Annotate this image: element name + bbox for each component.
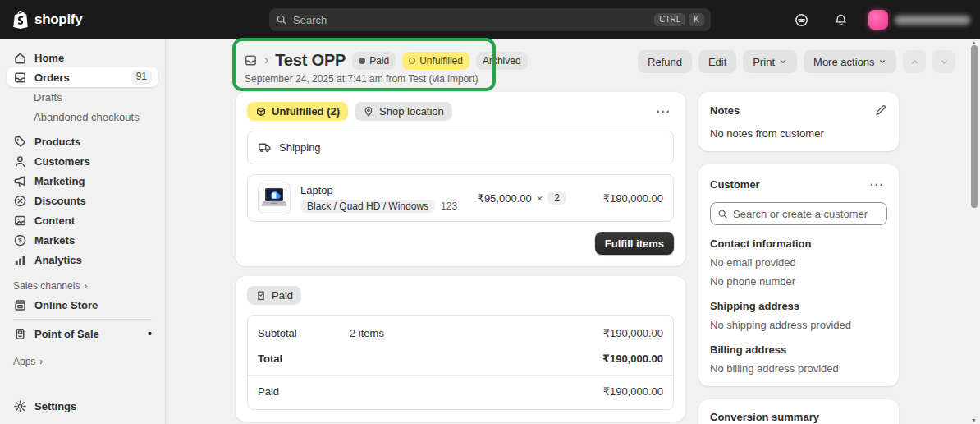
edit-button[interactable]: Edit (698, 50, 736, 73)
print-button[interactable]: Print (743, 50, 797, 73)
customer-search-box[interactable] (710, 202, 887, 225)
product-name-link[interactable]: Laptop (300, 184, 457, 196)
sidebar-item-products[interactable]: Products (7, 131, 158, 151)
global-search-bar[interactable]: Search CTRL K (269, 8, 711, 31)
edit-notes-pencil-icon[interactable] (874, 104, 887, 117)
settings-gear-icon (13, 399, 27, 413)
marketing-megaphone-icon (13, 174, 27, 188)
shopify-bag-icon (11, 10, 30, 30)
discounts-percent-icon (13, 194, 27, 208)
sidebar-item-settings[interactable]: Settings (7, 396, 158, 416)
unfulfilled-ring-icon (409, 58, 415, 64)
delivery-method-label: Shipping (279, 141, 321, 154)
sidebar-item-marketing[interactable]: Marketing (7, 171, 158, 191)
no-email-text: No email provided (710, 256, 887, 269)
sidebar-item-label: Drafts (34, 91, 152, 104)
sidebar-item-home[interactable]: Home (7, 48, 158, 67)
conversion-summary-card: Conversion summary There aren't any conv… (698, 399, 899, 424)
sidebar-item-point-of-sale[interactable]: Point of Sale • (7, 324, 158, 343)
fulfill-items-button[interactable]: Fulfill items (595, 232, 674, 255)
line-item-row: Laptop Black / Quad HD / Windows 123 ₹95… (247, 174, 674, 222)
main-content: › Test OPP Paid Unfulfilled Archived Sep… (166, 39, 980, 424)
paid-dot-icon (359, 58, 365, 64)
sidebar-item-label: Settings (34, 400, 152, 412)
point-of-sale-icon (13, 327, 27, 341)
logo-wordmark: shopify (34, 12, 82, 28)
sidebar-item-drafts[interactable]: Drafts (7, 87, 158, 107)
chevron-right-icon: › (84, 280, 87, 292)
analytics-bars-icon (13, 253, 27, 267)
markets-globe-icon: $ (13, 233, 27, 247)
shop-location-badge[interactable]: Shop location (355, 102, 452, 121)
store-name-blurred (895, 16, 970, 25)
orders-icon (13, 71, 27, 85)
line-item-total: ₹190,000.00 (584, 192, 663, 205)
shortcut-ctrl-key: CTRL (654, 13, 685, 26)
search-icon (276, 14, 287, 25)
unfulfilled-status-badge: Unfulfilled (402, 52, 469, 70)
sidebar-item-label: Products (34, 136, 152, 148)
sidekick-assistant-button[interactable] (790, 8, 813, 31)
variant-pill: Black / Quad HD / Windows (300, 200, 435, 213)
sidebar-item-analytics[interactable]: Analytics (7, 250, 158, 270)
fulfillment-overflow-menu-icon[interactable]: ⋯ (653, 103, 674, 120)
sidebar-item-label: Abandoned checkouts (34, 111, 152, 123)
refund-button[interactable]: Refund (638, 50, 692, 73)
sidebar-item-discounts[interactable]: Discounts (7, 191, 158, 210)
sidebar-item-content[interactable]: Content (7, 210, 158, 230)
package-icon (255, 106, 267, 118)
paid-card-badge: Paid (247, 286, 301, 305)
sales-channels-header[interactable]: Sales channels › (7, 277, 158, 295)
apps-header[interactable]: Apps › (7, 353, 158, 371)
scrollbar-thumb[interactable] (971, 45, 978, 208)
quantity-pill: 2 (547, 191, 566, 205)
sidebar-item-customers[interactable]: Customers (7, 151, 158, 171)
receipt-check-icon (255, 290, 267, 302)
row-amount: ₹190,000.00 (603, 385, 663, 398)
scroll-up-arrow-icon[interactable]: ▲ (971, 39, 977, 45)
customer-search-input[interactable] (733, 208, 880, 220)
sidebar-item-markets[interactable]: $ Markets (7, 230, 158, 250)
location-pin-icon (363, 106, 374, 118)
notes-title: Notes (710, 104, 740, 117)
product-thumbnail[interactable] (258, 182, 291, 214)
row-amount: ₹190,000.00 (603, 327, 663, 339)
page-scrollbar[interactable]: ▲ ▼ (969, 39, 978, 424)
sidebar-item-label: Home (34, 52, 152, 64)
top-bar: shopify Search CTRL K (0, 0, 980, 39)
customer-overflow-menu-icon[interactable]: ⋯ (866, 176, 887, 193)
sidebar-item-label: Discounts (34, 195, 152, 207)
row-label: Subtotal (258, 327, 350, 339)
fulfillment-card: Unfulfilled (2) Shop location ⋯ Shipping… (236, 92, 685, 266)
shopify-logo[interactable]: shopify (11, 10, 82, 30)
next-order-button[interactable] (932, 50, 955, 73)
previous-order-button[interactable] (903, 50, 926, 73)
totals-box: Subtotal 2 items ₹190,000.00 Total ₹190,… (247, 315, 674, 410)
orders-count-badge: 91 (131, 70, 152, 85)
totals-divider (248, 375, 673, 376)
contact-information-heading: Contact information (710, 237, 887, 250)
billing-address-heading: Billing address (710, 343, 887, 356)
paid-row: Paid ₹190,000.00 (258, 379, 663, 404)
customers-person-icon (13, 154, 27, 168)
notes-empty-text: No notes from customer (710, 127, 887, 140)
order-page-icon (244, 53, 258, 67)
notifications-bell-button[interactable] (829, 8, 852, 31)
shipping-truck-icon (258, 141, 272, 154)
unit-price: ₹95,000.00 (478, 192, 532, 205)
search-placeholder: Search (293, 14, 651, 26)
no-shipping-address-text: No shipping address provided (710, 319, 887, 331)
apps-label: Apps (13, 356, 35, 367)
search-icon (717, 209, 728, 219)
scroll-down-arrow-icon[interactable]: ▼ (971, 417, 977, 423)
shipping-method-box: Shipping (247, 131, 674, 164)
more-actions-button[interactable]: More actions (804, 50, 896, 73)
sidebar-item-label: Orders (34, 71, 124, 84)
chevron-down-icon (878, 58, 886, 66)
sidebar-item-orders[interactable]: Orders 91 (7, 67, 158, 87)
sidebar-item-abandoned-checkouts[interactable]: Abandoned checkouts (7, 107, 158, 127)
unfulfilled-card-badge: Unfulfilled (2) (247, 102, 348, 121)
account-menu-button[interactable] (868, 10, 970, 30)
sidebar-item-label: Online Store (34, 299, 152, 311)
sidebar-item-online-store[interactable]: Online Store (7, 295, 158, 315)
